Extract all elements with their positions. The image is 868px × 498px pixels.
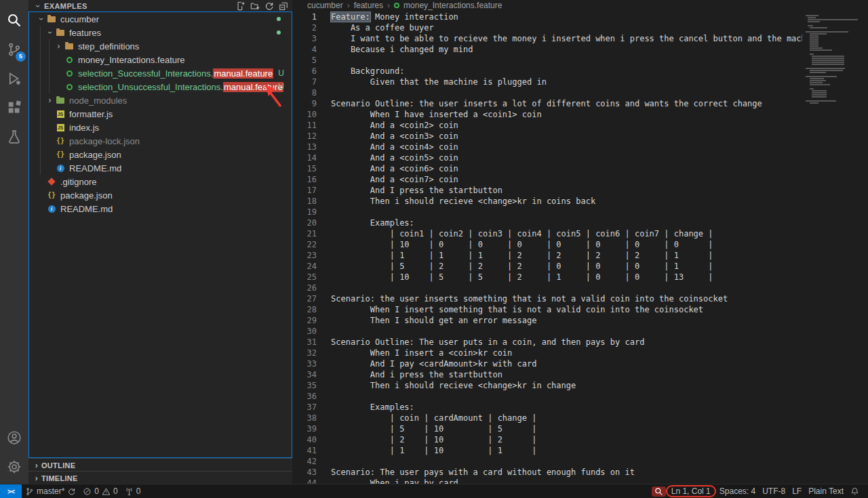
code-line[interactable]: 23 | 1 | 1 | 1 | 2 | 2 | 2 | 2 | 1 |	[292, 250, 802, 261]
account-icon[interactable]	[0, 423, 28, 452]
remote-indicator[interactable]: ><	[0, 484, 22, 498]
code-line[interactable]: 10 When I have inserted a <coin1> coin	[292, 109, 802, 120]
code-line[interactable]: 15 And a <coin6> coin	[292, 163, 802, 174]
tree-item[interactable]: package.json	[29, 188, 292, 202]
line-number: 21	[292, 228, 317, 239]
tree-item[interactable]: selection_Successful_Interactions.manual…	[29, 66, 292, 80]
outline-section[interactable]: › OUTLINE	[28, 458, 292, 472]
code-line[interactable]: 37 Examples:	[292, 402, 802, 413]
problems-indicator[interactable]: 0 0	[79, 486, 121, 496]
search-icon[interactable]	[0, 5, 28, 35]
minimap-line	[812, 56, 844, 57]
code-line[interactable]: 8	[292, 87, 802, 98]
code-line[interactable]: 29 Then I should get an error message	[292, 315, 802, 326]
file-tree[interactable]: ›cucumber›features›step_definitionsmoney…	[28, 12, 292, 458]
code-line[interactable]: 21 | coin1 | coin2 | coin3 | coin4 | coi…	[292, 228, 802, 239]
code-line[interactable]: 40 | 2 | 10 | 2 |	[292, 434, 802, 445]
collapse-all-icon[interactable]	[279, 1, 288, 11]
code-line[interactable]: 26	[292, 283, 802, 293]
testing-beaker-icon[interactable]	[0, 122, 28, 151]
timeline-section[interactable]: › TIMELINE	[28, 471, 292, 484]
breadcrumb-item[interactable]: features	[354, 1, 383, 10]
tree-item[interactable]: README.md	[29, 161, 292, 175]
tree-item[interactable]: selection_Unsuccessful_Interactions.manu…	[29, 80, 292, 94]
tree-item[interactable]: ›step_definitions	[29, 39, 292, 53]
minimap-line	[810, 33, 827, 35]
code-line[interactable]: 44 When i pay by card	[292, 478, 802, 484]
code-line[interactable]: 42	[292, 456, 802, 467]
code-line[interactable]: 30	[292, 326, 802, 337]
encoding-setting[interactable]: UTF-8	[759, 486, 789, 496]
code-line[interactable]: 38 | coin | cardAmount | change |	[292, 413, 802, 423]
code-line[interactable]: 4 Because i changed my mind	[292, 44, 802, 55]
code-line[interactable]: 27Scenario: the user inserts something t…	[292, 293, 802, 304]
chevron-down-icon[interactable]: ›	[33, 1, 43, 11]
code-line[interactable]: 17 And I press the startbutton	[292, 185, 802, 196]
errors-count: 0	[94, 486, 99, 496]
breadcrumb[interactable]: cucumber › features › money_Interactions…	[292, 0, 868, 11]
eol-setting[interactable]: LF	[789, 486, 805, 496]
ports-indicator[interactable]: 0	[121, 486, 144, 496]
extensions-icon[interactable]	[0, 93, 28, 122]
new-file-icon[interactable]	[236, 1, 245, 11]
code-area[interactable]: 1Feature: Money interaction2 As a coffee…	[292, 12, 802, 484]
code-line[interactable]: 6 Background:	[292, 66, 802, 77]
cucumber-file-icon	[64, 68, 75, 78]
code-line[interactable]: 36	[292, 391, 802, 402]
code-line[interactable]: 14 And a <coin5> coin	[292, 152, 802, 163]
tree-item[interactable]: money_Interactions.feature	[29, 53, 292, 66]
tree-item[interactable]: .gitignore	[29, 175, 292, 188]
settings-gear-icon[interactable]	[0, 452, 28, 481]
zoom-icon[interactable]	[652, 486, 666, 497]
code-line[interactable]: 39 | 5 | 10 | 5 |	[292, 423, 802, 434]
code-text: And i press the startbutton	[317, 369, 502, 380]
code-line[interactable]: 35 Then i should recieve <change>kr in c…	[292, 380, 802, 391]
notifications-bell-icon[interactable]	[847, 487, 863, 496]
code-line[interactable]: 34 And i press the startbutton	[292, 369, 802, 380]
minimap[interactable]	[802, 11, 868, 484]
code-line[interactable]: 22 | 10 | 0 | 0 | 0 | 0 | 0 | 0 | 0 |	[292, 239, 802, 250]
breadcrumb-item[interactable]: cucumber	[307, 1, 343, 10]
tree-item[interactable]: ›cucumber	[29, 12, 292, 26]
code-line[interactable]: 31Scenario Outline: The user puts in a c…	[292, 337, 802, 348]
new-folder-icon[interactable]	[250, 1, 260, 11]
git-branch[interactable]: master*	[22, 486, 79, 496]
code-line[interactable]: 16 And a <coin7> coin	[292, 174, 802, 185]
code-line[interactable]: 9Scenario Outline: the user inserts a lo…	[292, 98, 802, 109]
source-control-icon[interactable]: 5	[0, 35, 28, 64]
sync-icon[interactable]	[67, 487, 76, 496]
code-line[interactable]: 2 As a coffee buyer	[292, 22, 802, 33]
line-number: 17	[292, 185, 317, 196]
cursor-position[interactable]: Ln 1, Col 1	[666, 485, 716, 497]
json-file-icon	[56, 151, 64, 158]
code-line[interactable]: 1Feature: Money interaction	[292, 12, 802, 22]
code-line[interactable]: 18 Then i should recieve <change>kr in c…	[292, 196, 802, 207]
refresh-icon[interactable]	[264, 1, 274, 11]
code-line[interactable]: 19	[292, 207, 802, 217]
code-line[interactable]: 33 And I pay <cardAmount>kr with card	[292, 358, 802, 369]
code-line[interactable]: 32 When I insert a <coin>kr coin	[292, 348, 802, 358]
tree-item[interactable]: ›node_modules	[29, 94, 292, 107]
code-line[interactable]: 43Scenario: The user pays with a card wi…	[292, 467, 802, 478]
run-debug-icon[interactable]	[0, 64, 28, 93]
code-line[interactable]: 20 Examples:	[292, 217, 802, 228]
tree-item[interactable]: formatter.js	[29, 107, 292, 121]
tree-item[interactable]: index.js	[29, 121, 292, 134]
code-line[interactable]: 28 When I insert something that is not a…	[292, 304, 802, 315]
tree-item[interactable]: README.md	[29, 202, 292, 215]
tree-item[interactable]: ›features	[29, 26, 292, 39]
language-mode[interactable]: Plain Text	[805, 486, 847, 496]
tree-item[interactable]: package-lock.json	[29, 134, 292, 148]
code-line[interactable]: 11 And a <coin2> coin	[292, 120, 802, 131]
indentation-setting[interactable]: Spaces: 4	[716, 486, 759, 496]
code-line[interactable]: 12 And a <coin3> coin	[292, 131, 802, 142]
code-line[interactable]: 24 | 5 | 2 | 2 | 2 | 0 | 0 | 0 | 1 |	[292, 261, 802, 272]
code-line[interactable]: 5	[292, 55, 802, 66]
code-line[interactable]: 7 Given that the machine is plugged in	[292, 77, 802, 87]
code-line[interactable]: 41 | 1 | 10 | 1 |	[292, 445, 802, 456]
code-line[interactable]: 25 | 10 | 5 | 5 | 2 | 1 | 0 | 0 | 13 |	[292, 272, 802, 283]
code-line[interactable]: 3 I want to be able to recieve the money…	[292, 33, 802, 44]
breadcrumb-item[interactable]: money_Interactions.feature	[403, 1, 502, 10]
tree-item[interactable]: package.json	[29, 148, 292, 161]
code-line[interactable]: 13 And a <coin4> coin	[292, 142, 802, 152]
